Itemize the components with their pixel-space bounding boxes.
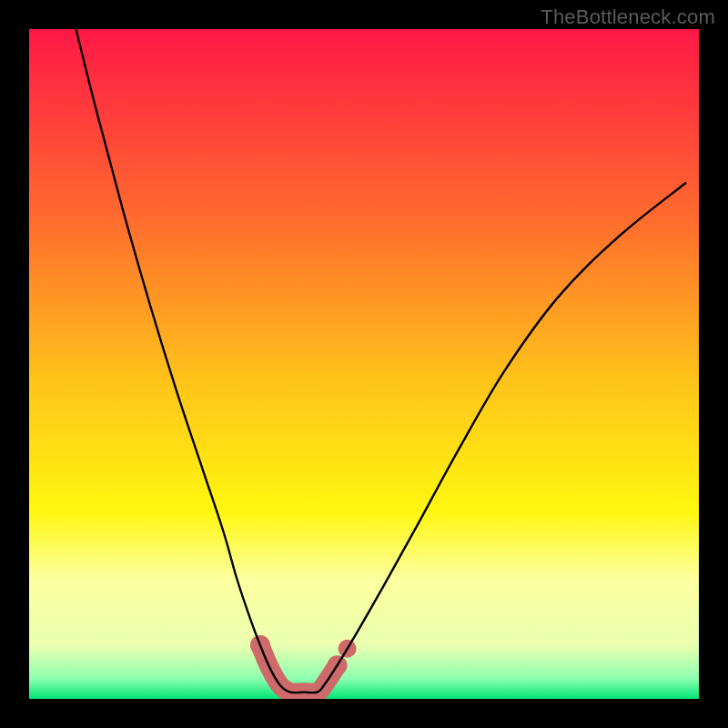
chart-frame: TheBottleneck.com bbox=[0, 0, 728, 728]
plot-area bbox=[29, 29, 699, 699]
watermark-text: TheBottleneck.com bbox=[541, 5, 715, 29]
gradient-background bbox=[29, 29, 699, 699]
bottleneck-chart bbox=[29, 29, 699, 699]
